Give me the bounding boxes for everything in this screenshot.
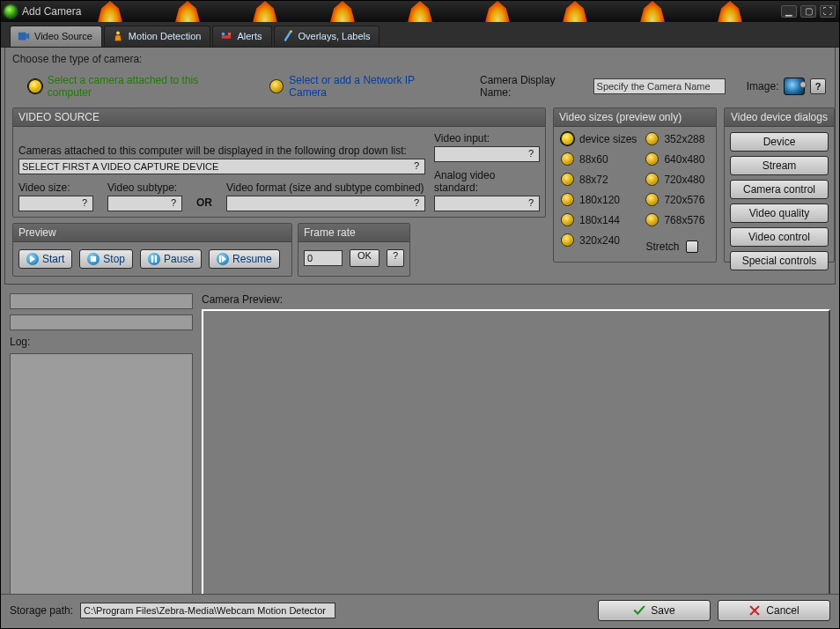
storage-path-input[interactable] <box>80 603 335 618</box>
special-controls-button[interactable]: Special controls <box>730 251 829 270</box>
video-size-label: Video size: <box>18 181 93 194</box>
radio-label: 768x576 <box>664 214 704 226</box>
tab-alerts[interactable]: Alerts <box>212 26 271 47</box>
size-radio-768x576[interactable]: 768x576 <box>645 213 704 226</box>
device-dropdown[interactable]: SELECT FIRST A VIDEO CAPTURE DEVICE ? <box>18 159 425 174</box>
svg-text:?: ? <box>528 148 534 159</box>
radio-label: 720x480 <box>664 174 704 186</box>
svg-rect-2 <box>222 35 232 39</box>
pause-button[interactable]: Pause <box>140 249 202 269</box>
camera-name-label: Camera Display Name: <box>480 74 588 99</box>
size-radio-720x576[interactable]: 720x576 <box>645 193 704 206</box>
window-title: Add Camera <box>22 5 81 18</box>
maximize-button[interactable]: ▢ <box>800 5 816 18</box>
framerate-group: Frame rate OK ? <box>298 223 410 277</box>
image-label: Image: <box>747 80 779 92</box>
framerate-input[interactable] <box>304 250 343 266</box>
help-icon: ? <box>79 197 90 210</box>
tab-bar: Video Source Motion Detection Alerts Ove… <box>1 22 839 48</box>
stretch-checkbox[interactable] <box>686 240 698 253</box>
play-icon <box>26 253 39 265</box>
video-format-label: Video format (size and subtype combined) <box>226 181 425 194</box>
svg-rect-11 <box>91 256 96 262</box>
size-radio-180x120[interactable]: 180x120 <box>561 193 637 206</box>
radio-network-camera[interactable]: Select or add a Network IP Camera <box>269 74 453 99</box>
help-icon: ? <box>526 197 536 210</box>
radio-label: 352x288 <box>664 133 704 145</box>
radio-icon <box>645 173 659 186</box>
stop-button[interactable]: Stop <box>79 249 133 269</box>
stream-button[interactable]: Stream <box>730 156 829 175</box>
fullscreen-button[interactable]: ⛶ <box>820 5 836 18</box>
tab-video-source[interactable]: Video Source <box>10 26 102 47</box>
camera-name-input[interactable] <box>593 78 726 94</box>
camera-name-group: Camera Display Name: Image: ? <box>480 74 826 99</box>
video-format-dropdown[interactable]: ? <box>226 196 425 211</box>
titlebar-decoration <box>1 1 839 22</box>
video-size-dropdown[interactable]: ? <box>18 196 93 211</box>
button-label: Save <box>651 604 674 617</box>
svg-text:?: ? <box>414 197 419 208</box>
radio-icon <box>645 193 659 206</box>
svg-text:?: ? <box>414 160 419 171</box>
save-button[interactable]: Save <box>598 600 711 621</box>
framerate-ok-button[interactable]: OK <box>350 249 379 267</box>
help-icon: ? <box>168 197 179 210</box>
check-icon <box>633 604 645 617</box>
radio-local-camera[interactable]: Select a camera attached to this compute… <box>28 74 243 99</box>
radio-icon <box>561 132 574 145</box>
start-button[interactable]: Start <box>18 249 72 269</box>
radio-label: 640x480 <box>664 153 704 166</box>
device-button[interactable]: Device <box>730 132 829 152</box>
help-icon: ? <box>411 160 422 173</box>
stretch-checkbox-row: Stretch <box>645 233 704 253</box>
log-label: Log: <box>10 336 193 348</box>
info-field-2 <box>10 314 193 330</box>
video-sizes-group: Video sizes (preview only) device sizes … <box>553 107 717 263</box>
alerts-icon <box>220 30 232 42</box>
size-radio-180x144[interactable]: 180x144 <box>561 213 637 226</box>
camera-control-button[interactable]: Camera control <box>730 180 829 199</box>
size-radio-640x480[interactable]: 640x480 <box>645 152 704 166</box>
tab-overlays[interactable]: Overlays, Labels <box>274 26 380 47</box>
minimize-button[interactable]: ▁ <box>781 5 797 18</box>
size-radio-720x480[interactable]: 720x480 <box>645 173 704 186</box>
preview-group: Preview Start Stop <box>12 223 292 277</box>
framerate-help-button[interactable]: ? <box>387 249 404 267</box>
footer: Storage path: Save Cancel <box>1 594 839 628</box>
video-input-dropdown[interactable]: ? <box>434 146 540 162</box>
stretch-label: Stretch <box>645 240 679 253</box>
radio-icon <box>269 79 284 93</box>
radio-label: 720x576 <box>664 194 704 206</box>
size-radio-88x72[interactable]: 88x72 <box>561 173 637 186</box>
size-radio-device[interactable]: device sizes <box>561 132 637 145</box>
svg-rect-0 <box>18 33 26 41</box>
resume-button[interactable]: Resume <box>209 249 280 269</box>
or-label: OR <box>196 196 212 209</box>
log-textarea[interactable] <box>10 353 193 596</box>
lower-area: Log: Camera Preview: <box>1 288 839 596</box>
tab-motion-detection[interactable]: Motion Detection <box>104 26 211 47</box>
camera-image-icon[interactable] <box>784 78 805 95</box>
image-help-button[interactable]: ? <box>810 78 826 94</box>
video-quality-button[interactable]: Video quality <box>730 204 829 223</box>
camera-preview-canvas <box>202 309 830 596</box>
radio-icon <box>561 193 574 206</box>
radio-icon <box>561 233 574 247</box>
cancel-button[interactable]: Cancel <box>718 600 830 621</box>
motion-icon <box>112 30 124 42</box>
size-radio-320x240[interactable]: 320x240 <box>561 233 637 247</box>
size-radio-352x288[interactable]: 352x288 <box>645 132 704 145</box>
device-dropdown-value: SELECT FIRST A VIDEO CAPTURE DEVICE <box>22 161 218 172</box>
analog-standard-label: Analog video standard: <box>434 169 540 194</box>
radio-icon <box>561 152 574 166</box>
video-subtype-dropdown[interactable]: ? <box>107 196 182 211</box>
video-subtype-label: Video subtype: <box>107 181 182 194</box>
video-sizes-header: Video sizes (preview only) <box>554 108 716 127</box>
video-control-button[interactable]: Video control <box>730 227 829 247</box>
size-radio-88x60[interactable]: 88x60 <box>561 152 637 166</box>
analog-standard-dropdown[interactable]: ? <box>434 196 540 211</box>
video-source-header: VIDEO SOURCE <box>13 108 545 127</box>
stop-icon <box>87 253 99 265</box>
svg-text:?: ? <box>82 197 87 208</box>
